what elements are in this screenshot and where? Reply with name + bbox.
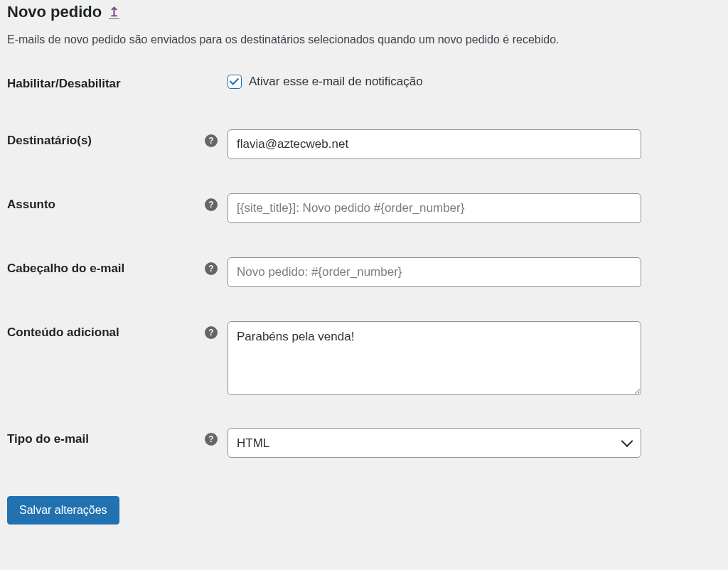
enable-checkbox[interactable]: [228, 75, 242, 89]
recipient-input[interactable]: [228, 129, 641, 159]
help-icon[interactable]: ?: [205, 433, 218, 446]
page-description: E-mails de novo pedido são enviados para…: [7, 31, 721, 48]
label-type: Tipo do e-mail ?: [7, 428, 228, 446]
type-select[interactable]: HTML: [228, 428, 641, 458]
row-recipient: Destinatário(s) ?: [7, 129, 721, 159]
label-subject: Assunto ?: [7, 193, 228, 212]
type-select-wrapper: HTML: [228, 428, 641, 458]
subject-input[interactable]: [228, 193, 641, 223]
label-recipient: Destinatário(s) ?: [7, 129, 228, 148]
field-subject: [228, 193, 641, 223]
label-enable: Habilitar/Desabilitar: [7, 72, 228, 91]
field-recipient: [228, 129, 641, 159]
heading-input[interactable]: [228, 257, 641, 287]
additional-textarea[interactable]: Parabéns pela venda!: [228, 321, 641, 395]
label-heading-text: Cabeçalho do e-mail: [7, 262, 124, 276]
label-subject-text: Assunto: [7, 198, 55, 212]
help-icon[interactable]: ?: [205, 134, 218, 147]
enable-checkbox-wrap[interactable]: Ativar esse e-mail de notificação: [228, 75, 641, 89]
page-title-text: Novo pedido: [7, 3, 102, 21]
row-heading: Cabeçalho do e-mail ?: [7, 257, 721, 287]
help-icon[interactable]: ?: [205, 198, 218, 211]
label-type-text: Tipo do e-mail: [7, 432, 89, 446]
label-additional-text: Conteúdo adicional: [7, 326, 119, 340]
row-enable: Habilitar/Desabilitar Ativar esse e-mail…: [7, 72, 721, 91]
page-title: Novo pedido ↥: [7, 0, 721, 31]
help-icon[interactable]: ?: [205, 262, 218, 275]
field-heading: [228, 257, 641, 287]
help-icon[interactable]: ?: [205, 326, 218, 339]
save-button[interactable]: Salvar alterações: [7, 496, 119, 525]
field-enable: Ativar esse e-mail de notificação: [228, 75, 641, 89]
enable-checkbox-label: Ativar esse e-mail de notificação: [249, 75, 423, 89]
row-subject: Assunto ?: [7, 193, 721, 223]
label-recipient-text: Destinatário(s): [7, 134, 92, 148]
field-type: HTML: [228, 428, 641, 458]
label-additional: Conteúdo adicional ?: [7, 321, 228, 340]
field-additional: Parabéns pela venda!: [228, 321, 641, 398]
row-additional: Conteúdo adicional ? Parabéns pela venda…: [7, 321, 721, 398]
back-link-icon[interactable]: ↥: [109, 6, 119, 19]
settings-form: Habilitar/Desabilitar Ativar esse e-mail…: [7, 72, 721, 458]
row-type: Tipo do e-mail ? HTML: [7, 428, 721, 458]
label-heading: Cabeçalho do e-mail ?: [7, 257, 228, 276]
